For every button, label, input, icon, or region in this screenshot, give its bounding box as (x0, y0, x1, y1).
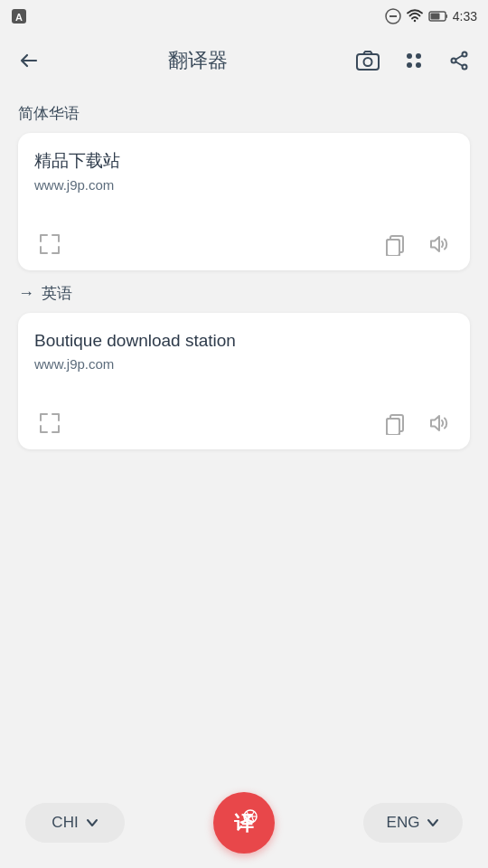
svg-point-10 (416, 53, 421, 59)
svg-point-14 (452, 59, 456, 63)
toolbar-actions (352, 46, 474, 75)
arrow-icon: → (18, 284, 34, 303)
chevron-down-icon (86, 816, 99, 829)
svg-point-15 (463, 65, 467, 70)
source-lang-selector[interactable]: CHI (25, 803, 125, 843)
target-speaker-button[interactable] (423, 408, 454, 439)
source-box-right-actions (380, 229, 454, 259)
toolbar: 翻译器 (0, 33, 488, 89)
svg-rect-6 (446, 14, 447, 18)
source-lang-label: CHI (52, 814, 78, 832)
source-box-actions (34, 229, 454, 259)
svg-line-17 (455, 61, 462, 66)
source-speaker-button[interactable] (423, 229, 454, 259)
svg-rect-5 (430, 14, 439, 20)
svg-point-12 (416, 62, 421, 68)
target-lang-label: ENG (387, 814, 420, 832)
svg-rect-22 (387, 419, 399, 435)
target-language-label: 英语 (42, 283, 72, 304)
page-title: 翻译器 (43, 47, 352, 74)
status-left: A (9, 6, 29, 26)
back-button[interactable] (14, 46, 43, 75)
source-copy-button[interactable] (380, 229, 410, 259)
source-main-text: 精品下载站 (34, 149, 454, 174)
target-lang-selector[interactable]: ENG (363, 803, 463, 843)
status-right: 4:33 (385, 8, 477, 24)
target-box-right-actions (380, 408, 454, 439)
target-copy-button[interactable] (380, 408, 410, 439)
target-box-actions (34, 408, 454, 439)
apps-button[interactable] (399, 46, 428, 75)
svg-line-16 (455, 55, 462, 60)
target-sub-text: www.j9p.com (34, 356, 454, 372)
source-sub-text: www.j9p.com (34, 177, 454, 193)
bottom-bar: CHI 译 ENG (0, 778, 488, 868)
status-bar: A 4:33 (0, 0, 488, 33)
svg-point-8 (364, 58, 372, 66)
target-expand-button[interactable] (34, 408, 65, 439)
battery-icon (428, 10, 448, 23)
wifi-icon (406, 9, 424, 24)
svg-text:A: A (15, 12, 23, 23)
svg-point-11 (407, 62, 412, 68)
main-content: 简体华语 精品下载站 www.j9p.com (0, 89, 488, 547)
target-translation-box[interactable]: Boutique download station www.j9p.com (18, 313, 470, 450)
translate-icon: 译 (228, 807, 260, 839)
source-expand-button[interactable] (34, 229, 65, 259)
chevron-down-icon-2 (427, 816, 439, 829)
svg-rect-7 (357, 54, 379, 70)
target-main-text: Boutique download station (34, 329, 454, 354)
svg-point-13 (463, 52, 467, 57)
svg-rect-19 (387, 240, 399, 256)
target-language-row: → 英语 (18, 283, 470, 304)
svg-point-9 (407, 53, 412, 59)
accessibility-icon: A (9, 6, 29, 26)
source-language-label: 简体华语 (18, 103, 470, 124)
translate-fab-button[interactable]: 译 (213, 792, 275, 854)
source-translation-box[interactable]: 精品下载站 www.j9p.com (18, 133, 470, 270)
dnd-icon (385, 8, 401, 24)
share-button[interactable] (445, 46, 474, 75)
status-time: 4:33 (453, 9, 477, 24)
camera-button[interactable] (352, 46, 383, 75)
